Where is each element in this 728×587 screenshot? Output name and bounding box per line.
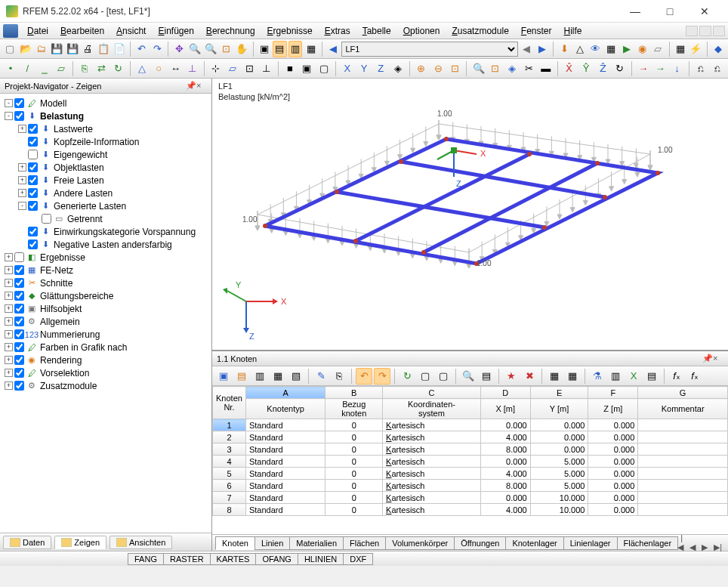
table-tab-volumenkörper[interactable]: Volumenkörper — [385, 536, 455, 550]
table-refresh-icon[interactable]: ↻ — [399, 368, 415, 385]
load-z-icon[interactable]: ↓ — [669, 60, 684, 77]
close-button[interactable]: ✕ — [687, 0, 722, 23]
view3-icon[interactable]: ▥ — [288, 41, 303, 57]
view-x-icon[interactable]: X — [340, 60, 355, 77]
view1-icon[interactable]: ▣ — [257, 41, 271, 57]
tool-a-icon[interactable]: ⎌ — [693, 60, 708, 77]
surface-icon[interactable]: ▱ — [54, 60, 69, 77]
table-tab-flächen[interactable]: Flächen — [343, 536, 386, 550]
tree-checkbox[interactable] — [14, 381, 24, 391]
tree-item[interactable]: +▣Hilfsobjekt — [2, 302, 210, 315]
table-lines-icon[interactable]: ▤ — [233, 368, 250, 385]
pin-icon[interactable]: 📌 — [186, 81, 196, 91]
menu-berechnung[interactable]: Berechnung — [200, 24, 261, 38]
tree-item[interactable]: +⬇Andere Lasten — [2, 187, 210, 199]
view-iso-icon[interactable]: ◈ — [390, 60, 405, 77]
view-z-icon[interactable]: Z — [373, 60, 388, 77]
table-fn-icon[interactable]: fₓ — [686, 368, 703, 385]
node-icon[interactable]: • — [3, 60, 18, 77]
table-tab-knotenlager[interactable]: Knotenlager — [505, 536, 563, 550]
calc-icon[interactable]: ⚡ — [689, 41, 703, 57]
tab-scroll-last-icon[interactable]: ▶| — [711, 542, 725, 551]
tree-item[interactable]: +⬇Objektlasten — [2, 161, 210, 174]
table-redo-icon[interactable]: ↷ — [374, 368, 390, 385]
tree-item[interactable]: +✂Schnitte — [2, 277, 210, 289]
print-preview-icon[interactable]: 📄 — [113, 41, 127, 57]
module-icon[interactable]: ◆ — [711, 41, 726, 57]
tree-expander-icon[interactable]: + — [5, 317, 13, 326]
render-solid-icon[interactable]: ■ — [282, 60, 298, 77]
tree-expander-icon[interactable]: + — [5, 253, 13, 261]
status-tab-kartes[interactable]: KARTES — [210, 553, 257, 565]
animate-icon[interactable]: ▶ — [620, 41, 634, 57]
tree-item[interactable]: +▦FE-Netz — [2, 264, 210, 277]
menu-zusatzmodule[interactable]: Zusatzmodule — [446, 24, 514, 38]
menu-bearbeiten[interactable]: Bearbeiten — [54, 24, 110, 38]
table-excel-icon[interactable]: X — [625, 368, 642, 385]
model-viewport[interactable]: LF1 Belastung [kN/m^2] — [212, 79, 728, 351]
table-star-icon[interactable]: ★ — [503, 368, 520, 385]
tree-checkbox[interactable] — [14, 317, 24, 326]
tree-expander-icon[interactable]: - — [5, 112, 13, 120]
tree-item[interactable]: +🖊Farben in Grafik nach — [2, 341, 210, 354]
tree-item[interactable]: -⬇Belastung — [2, 110, 210, 122]
ortho-icon[interactable]: ⊥ — [259, 60, 274, 77]
tree-item[interactable]: +◧Ergebnisse — [2, 251, 210, 264]
nav-next-icon[interactable]: ▶ — [535, 41, 550, 57]
wireframe-icon[interactable]: ▱ — [651, 41, 665, 57]
status-tab-ofang[interactable]: OFANG — [255, 553, 298, 565]
tab-scroll-next-icon[interactable]: ▶ — [699, 542, 711, 551]
tree-checkbox[interactable] — [14, 329, 24, 339]
menu-hilfe[interactable]: Hilfe — [558, 24, 588, 38]
tree-item[interactable]: +⚙Zusatzmodule — [2, 379, 210, 392]
table-del-icon[interactable]: ✖ — [521, 368, 538, 385]
tree-expander-icon[interactable]: + — [18, 189, 26, 197]
load-x-icon[interactable]: → — [636, 60, 651, 77]
view-y-icon[interactable]: Y — [356, 60, 372, 77]
maximize-button[interactable]: □ — [652, 0, 687, 23]
menu-extras[interactable]: Extras — [319, 24, 356, 38]
tree-expander-icon[interactable]: + — [18, 125, 26, 133]
tree-expander-icon[interactable] — [18, 240, 26, 249]
table-tab-knoten[interactable]: Knoten — [215, 536, 255, 550]
table-filter-icon[interactable]: ⚗ — [589, 368, 606, 385]
tree-item[interactable]: +⬇Freie Lasten — [2, 174, 210, 187]
menu-einfügen[interactable]: Einfügen — [152, 24, 199, 38]
tree-checkbox[interactable] — [14, 111, 24, 121]
tree-expander-icon[interactable]: + — [5, 279, 13, 287]
view4-icon[interactable]: ▦ — [304, 41, 318, 57]
scale-up-icon[interactable]: ⊕ — [414, 60, 429, 77]
status-tab-raster[interactable]: RASTER — [163, 553, 211, 565]
tree-checkbox[interactable] — [14, 291, 24, 301]
show-supports-icon[interactable]: △ — [573, 41, 588, 57]
table-row[interactable]: 6Standard0Kartesisch8.0005.0000.000 — [213, 480, 728, 492]
table-icon10[interactable]: ▤ — [478, 368, 495, 385]
tree-item[interactable]: ▭Getrennt — [2, 212, 210, 225]
menu-datei[interactable]: Datei — [21, 24, 54, 38]
show-mesh-icon[interactable]: ▦ — [604, 41, 618, 57]
tree-checkbox[interactable] — [28, 175, 38, 185]
nav-tab-ansichten[interactable]: Ansichten — [110, 536, 172, 549]
snap-icon[interactable]: ⊡ — [242, 60, 257, 77]
save-icon[interactable]: 💾 — [50, 41, 64, 57]
menu-optionen[interactable]: Optionen — [397, 24, 446, 38]
tab-scroll-first-icon[interactable]: |◀ — [677, 533, 686, 551]
navigator-tree[interactable]: -🖊Modell-⬇Belastung+⬇Lastwerte⬇Kopfzeile… — [0, 94, 211, 533]
table-icon9[interactable]: ▢ — [435, 368, 452, 385]
mdi-controls[interactable] — [686, 26, 725, 36]
tree-item[interactable]: +123Nummerierung — [2, 328, 210, 341]
table-row[interactable]: 4Standard0Kartesisch0.0005.0000.000 — [213, 456, 728, 468]
tree-expander-icon[interactable]: + — [5, 369, 13, 377]
nodes-table[interactable]: KnotenNr.ABCDEFGKnotentypBezugknotenKoor… — [212, 386, 728, 516]
open-icon[interactable]: 📂 — [19, 41, 33, 57]
pan-icon[interactable]: ✋ — [235, 41, 249, 57]
open-project-icon[interactable]: 🗂 — [34, 41, 48, 57]
table-icon8[interactable]: ▢ — [417, 368, 433, 385]
nav-tab-zeigen[interactable]: Zeigen — [54, 536, 106, 549]
tree-checkbox[interactable] — [42, 214, 51, 224]
new-file-icon[interactable]: ▢ — [3, 41, 17, 57]
selection-icon[interactable]: ✥ — [172, 41, 187, 57]
print-icon[interactable]: 🖨 — [81, 41, 95, 57]
table-zoom-icon[interactable]: 🔍 — [460, 368, 477, 385]
tree-checkbox[interactable] — [14, 355, 24, 365]
